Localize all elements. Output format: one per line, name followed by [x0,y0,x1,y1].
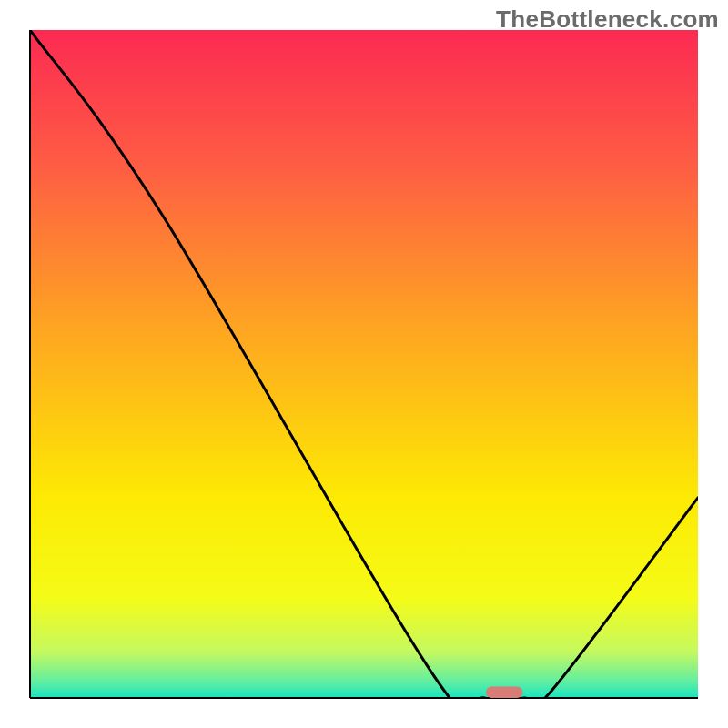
chart-container: TheBottleneck.com [0,0,728,728]
bottleneck-chart [0,0,728,728]
optimum-marker [486,687,522,698]
watermark-label: TheBottleneck.com [496,5,719,34]
chart-background [30,30,698,698]
